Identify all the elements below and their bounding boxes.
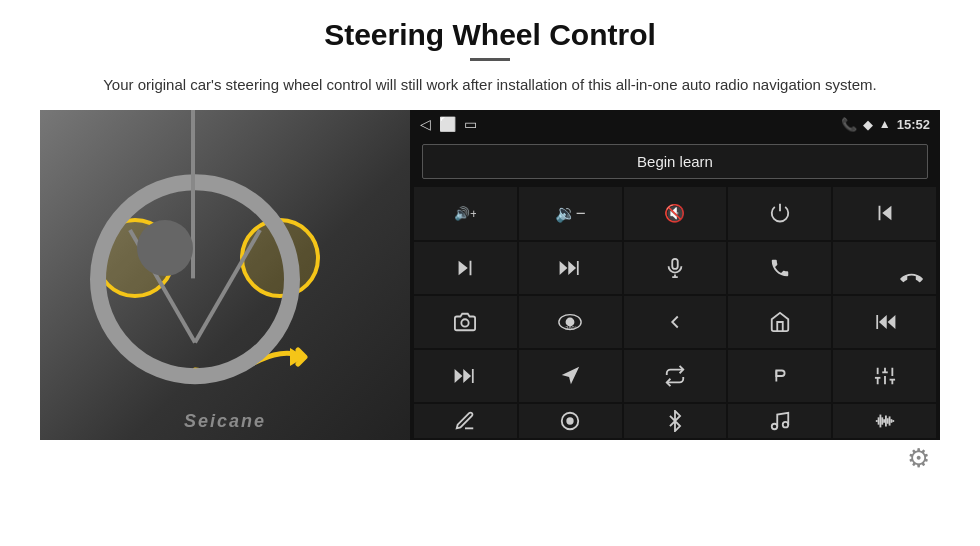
page-wrapper: Steering Wheel Control Your original car… [0, 0, 980, 546]
clock-display: 15:52 [897, 117, 930, 132]
prev-track-button[interactable] [833, 187, 936, 239]
phone-hangup-button[interactable] [833, 242, 936, 294]
begin-learn-row: Begin learn [410, 138, 940, 185]
home-nav-button[interactable] [728, 296, 831, 348]
steering-wheel-image: Seicane [40, 110, 410, 440]
home-nav-icon[interactable]: ⬜ [439, 116, 456, 132]
signal-icon: ▲ [879, 117, 891, 131]
eq-button[interactable] [833, 350, 936, 402]
phone-signal-icon: 📞 [841, 117, 857, 132]
vol-down-button[interactable]: 🔉− [519, 187, 622, 239]
status-bar: ◁ ⬜ ▭ 📞 ◆ ▲ 15:52 [410, 110, 940, 138]
power-button[interactable] [728, 187, 831, 239]
main-content-row: Seicane ◁ ⬜ ▭ 📞 ◆ ▲ 15:52 [40, 110, 940, 440]
head-unit-panel: ◁ ⬜ ▭ 📞 ◆ ▲ 15:52 Begin learn � [410, 110, 940, 440]
svg-point-3 [462, 319, 469, 326]
recents-nav-icon[interactable]: ▭ [464, 116, 477, 132]
vol-mute-button[interactable]: 🔇 [624, 187, 727, 239]
music-button[interactable] [728, 404, 831, 438]
settings-gear-icon[interactable]: ⚙ [907, 443, 930, 474]
settings-row: ⚙ [40, 440, 940, 477]
status-right: 📞 ◆ ▲ 15:52 [841, 117, 930, 132]
switch-button[interactable] [624, 350, 727, 402]
svg-point-20 [772, 424, 778, 430]
bluetooth-button[interactable] [624, 404, 727, 438]
svg-point-19 [567, 419, 573, 425]
camera-button[interactable] [414, 296, 517, 348]
svg-text:360°: 360° [566, 325, 578, 331]
vol-up-button[interactable]: 🔊+ [414, 187, 517, 239]
knob-button[interactable] [519, 404, 622, 438]
svg-text:🔊+: 🔊+ [454, 207, 476, 223]
fast-forward-button[interactable] [414, 350, 517, 402]
wifi-icon: ◆ [863, 117, 873, 132]
navigation-button[interactable] [519, 350, 622, 402]
pencil-button[interactable] [414, 404, 517, 438]
title-divider [470, 58, 510, 61]
svg-point-21 [783, 422, 789, 428]
mic-button[interactable] [624, 242, 727, 294]
rewind-button[interactable] [833, 296, 936, 348]
seicane-watermark: Seicane [184, 411, 266, 432]
skip-forward-button[interactable] [519, 242, 622, 294]
waveform-button[interactable] [833, 404, 936, 438]
svg-marker-7 [562, 367, 579, 384]
next-track-button[interactable] [414, 242, 517, 294]
svg-rect-2 [672, 258, 678, 268]
page-subtitle: Your original car's steering wheel contr… [103, 73, 877, 96]
360-view-button[interactable]: 360° [519, 296, 622, 348]
begin-learn-button[interactable]: Begin learn [422, 144, 928, 179]
back-nav-icon[interactable]: ◁ [420, 116, 431, 132]
back-nav-button[interactable] [624, 296, 727, 348]
status-left: ◁ ⬜ ▭ [420, 116, 477, 132]
controls-grid: 🔊+ 🔉− 🔇 [410, 185, 940, 440]
page-title: Steering Wheel Control [324, 18, 656, 52]
phone-answer-button[interactable] [728, 242, 831, 294]
record-button[interactable] [728, 350, 831, 402]
